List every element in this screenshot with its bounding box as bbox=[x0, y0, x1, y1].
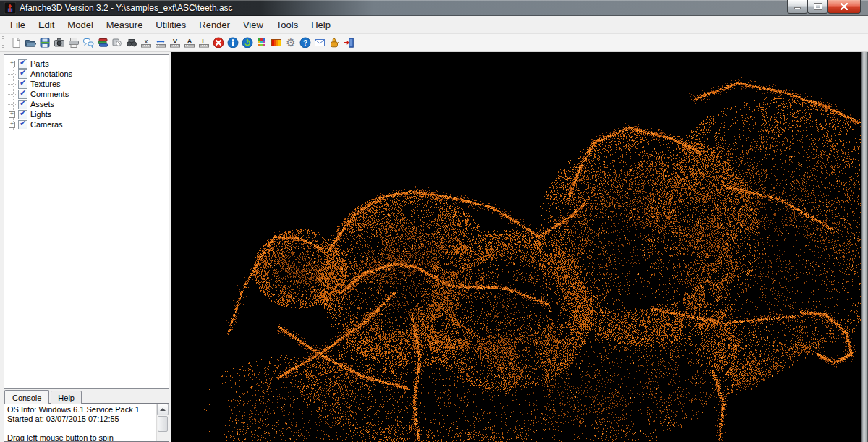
exit-button[interactable] bbox=[341, 35, 356, 50]
console-text: OS Info: Windows 6.1 Service Pack 1 Star… bbox=[4, 404, 169, 442]
scroll-thumb[interactable] bbox=[158, 416, 168, 432]
palette-button[interactable] bbox=[255, 35, 269, 50]
camera-icon bbox=[54, 37, 65, 48]
tree-label: Annotations bbox=[30, 69, 72, 78]
close-icon bbox=[840, 3, 848, 10]
expand-icon[interactable]: + bbox=[9, 61, 15, 67]
print-button[interactable] bbox=[67, 35, 81, 50]
console-scrollbar[interactable] bbox=[156, 404, 169, 441]
printer-icon bbox=[68, 37, 80, 48]
menu-item-edit[interactable]: Edit bbox=[32, 17, 61, 33]
info-button[interactable] bbox=[226, 35, 240, 50]
open-folder-icon bbox=[25, 37, 36, 48]
gear-icon: ⚙ bbox=[286, 37, 295, 48]
tree-item-cameras[interactable]: + ✔ Cameras bbox=[9, 119, 167, 129]
feedback-button[interactable] bbox=[327, 35, 341, 50]
maximize-button[interactable] bbox=[807, 0, 828, 14]
check-icon: ✔ bbox=[20, 68, 26, 77]
tree-item-lights[interactable]: + ✔ Lights bbox=[9, 109, 167, 119]
speech-bubbles-icon bbox=[82, 37, 94, 48]
new-file-button[interactable] bbox=[9, 35, 23, 50]
tree-item-parts[interactable]: + ✔ Parts bbox=[9, 59, 167, 69]
tree-item-comments[interactable]: ✔ Comments bbox=[9, 89, 167, 99]
history-button[interactable] bbox=[110, 35, 124, 50]
minimize-button[interactable] bbox=[787, 0, 808, 14]
clock-icon bbox=[111, 37, 123, 48]
console-line: OS Info: Windows 6.1 Service Pack 1 bbox=[7, 405, 154, 415]
app-icon bbox=[4, 2, 16, 14]
tree-item-assets[interactable]: ✔ Assets bbox=[9, 99, 167, 109]
svg-text:?: ? bbox=[303, 39, 307, 47]
scroll-up-icon bbox=[160, 408, 166, 411]
scroll-up-button[interactable] bbox=[157, 404, 169, 415]
measure-area-button[interactable]: A bbox=[182, 35, 197, 50]
tree-stub bbox=[7, 84, 16, 85]
menu-item-model[interactable]: Model bbox=[61, 17, 99, 33]
tab-help[interactable]: Help bbox=[51, 391, 82, 404]
menu-item-utilities[interactable]: Utilities bbox=[149, 17, 192, 33]
material-button[interactable] bbox=[269, 35, 284, 50]
measure-l-icon: L bbox=[198, 37, 210, 48]
measure-length-button[interactable]: L bbox=[197, 35, 211, 50]
viewport-3d[interactable] bbox=[171, 52, 861, 442]
measure-distance-button[interactable] bbox=[153, 35, 168, 50]
console-output: OS Info: Windows 6.1 Service Pack 1 Star… bbox=[4, 403, 169, 442]
email-button[interactable] bbox=[312, 35, 327, 50]
menu-item-measure[interactable]: Measure bbox=[100, 17, 150, 33]
measure-distance-icon bbox=[155, 37, 166, 48]
exit-door-icon bbox=[343, 37, 354, 48]
envelope-icon bbox=[314, 37, 326, 48]
new-document-icon bbox=[10, 37, 22, 48]
settings-button[interactable]: ⚙ bbox=[284, 35, 298, 50]
tab-console[interactable]: Console bbox=[4, 390, 49, 404]
menu-item-file[interactable]: File bbox=[4, 17, 32, 33]
menu-item-view[interactable]: View bbox=[237, 17, 270, 33]
check-icon: ✔ bbox=[20, 98, 26, 108]
gradient-swatch-icon bbox=[271, 37, 282, 48]
check-icon: ✔ bbox=[20, 78, 26, 88]
window-controls bbox=[788, 0, 861, 14]
expand-icon[interactable]: + bbox=[9, 122, 15, 128]
svg-text:A: A bbox=[187, 38, 192, 45]
menu-item-tools[interactable]: Tools bbox=[270, 17, 305, 33]
tree-item-textures[interactable]: ✔ Textures bbox=[9, 79, 167, 89]
tree-label: Assets bbox=[30, 100, 54, 109]
measure-x-button[interactable]: x bbox=[139, 35, 153, 50]
power-icon bbox=[242, 37, 253, 48]
tree-stub bbox=[7, 74, 16, 75]
power-button[interactable] bbox=[240, 35, 255, 50]
red-x-icon bbox=[213, 37, 224, 48]
find-button[interactable] bbox=[124, 35, 139, 50]
save-button[interactable] bbox=[38, 35, 52, 50]
tree-stub bbox=[7, 104, 16, 105]
maximize-icon bbox=[814, 4, 822, 9]
window-right-border bbox=[861, 52, 868, 442]
close-button[interactable] bbox=[827, 0, 861, 14]
save-floppy-icon bbox=[39, 37, 51, 48]
check-icon: ✔ bbox=[20, 119, 26, 128]
comments-button[interactable] bbox=[81, 35, 95, 50]
menu-bar: File Edit Model Measure Utilities Render… bbox=[0, 16, 868, 34]
expand-icon[interactable]: + bbox=[9, 111, 15, 118]
left-panel: + ✔ Parts ✔ Annotations ✔ Textures ✔ bbox=[0, 52, 171, 442]
tree-label: Lights bbox=[30, 110, 51, 119]
measure-x-icon: x bbox=[140, 37, 152, 48]
help-button[interactable]: ? bbox=[298, 35, 312, 50]
check-icon: ✔ bbox=[20, 88, 26, 98]
snapshot-button[interactable] bbox=[52, 35, 67, 50]
toolbar: x V A bbox=[0, 34, 868, 52]
tree-label: Cameras bbox=[30, 120, 63, 129]
delete-button[interactable] bbox=[211, 35, 226, 50]
svg-text:x: x bbox=[145, 38, 148, 45]
toolbar-grip[interactable] bbox=[2, 36, 4, 49]
tree-item-annotations[interactable]: ✔ Annotations bbox=[9, 69, 167, 79]
menu-item-render[interactable]: Render bbox=[192, 17, 237, 33]
library-button[interactable] bbox=[95, 35, 110, 50]
color-grid-icon bbox=[256, 37, 268, 48]
menu-item-help[interactable]: Help bbox=[305, 17, 337, 33]
check-icon: ✔ bbox=[20, 58, 26, 67]
open-button[interactable] bbox=[23, 35, 38, 50]
svg-text:L: L bbox=[202, 38, 206, 45]
measure-volume-button[interactable]: V bbox=[168, 35, 182, 50]
checkbox-cameras[interactable]: ✔ bbox=[18, 120, 27, 129]
